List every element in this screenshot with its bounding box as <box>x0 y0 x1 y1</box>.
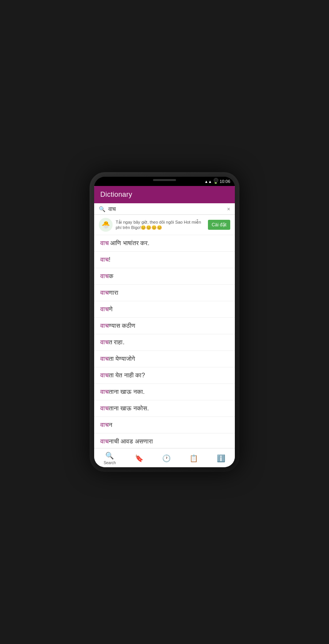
app-header: Dictionary <box>94 186 235 203</box>
result-item[interactable]: वाचता येण्याजोगे <box>94 351 235 367</box>
result-item[interactable]: वाच आणि भाषांतर कर. <box>94 235 235 252</box>
result-item[interactable]: वाचत राहा. <box>94 334 235 351</box>
bookmark-nav-icon: 🔖 <box>135 454 143 463</box>
result-item[interactable]: वाच! <box>94 252 235 268</box>
search-icon: 🔍 <box>99 206 105 212</box>
ad-banner: 🐣 Tải ngay bây giờ, theo dõi ngôi Sao Ho… <box>94 215 235 235</box>
result-item[interactable]: वाचण्यास कठीण <box>94 318 235 334</box>
app-title: Dictionary <box>100 191 132 198</box>
result-item[interactable]: वाचणे <box>94 301 235 318</box>
phone-screen: ▲▲ 🔋 10:06 Dictionary 🔍 × 🐣 Tả <box>94 177 235 467</box>
results-list: वाच आणि भाषांतर कर.वाच!वाचकवाचणारावाचणेव… <box>94 235 235 448</box>
result-item[interactable]: वाचता येत नाही का? <box>94 367 235 384</box>
wifi-icon: ▲▲ <box>204 179 212 184</box>
phone-camera <box>214 178 218 183</box>
clear-icon[interactable]: × <box>227 206 230 212</box>
ad-install-button[interactable]: Cài đặt <box>208 220 230 230</box>
status-time: 10:06 <box>219 179 230 184</box>
app-content: Dictionary 🔍 × 🐣 Tải ngay bây giờ, theo … <box>94 186 235 467</box>
phone-device: ▲▲ 🔋 10:06 Dictionary 🔍 × 🐣 Tả <box>90 172 239 472</box>
nav-item-history[interactable]: 🕐 <box>158 453 175 463</box>
ad-text: Tải ngay bây giờ, theo dõi ngôi Sao Hot … <box>116 219 205 231</box>
nav-item-bookmark[interactable]: 🔖 <box>130 453 148 463</box>
search-bar: 🔍 × <box>94 203 235 215</box>
nav-item-info[interactable]: ℹ️ <box>212 453 230 463</box>
search-nav-icon: 🔍 <box>105 451 114 460</box>
result-item[interactable]: वाचक <box>94 268 235 285</box>
bottom-nav: 🔍 Search 🔖 🕐 📋 ℹ️ <box>94 448 235 467</box>
result-item[interactable]: वाचणारा <box>94 285 235 301</box>
result-item[interactable]: वाचताना खाऊ नका. <box>94 384 235 400</box>
nav-item-flashcard[interactable]: 📋 <box>185 453 203 463</box>
history-nav-icon: 🕐 <box>162 454 171 463</box>
result-item[interactable]: वाचनाची आवड असणारा <box>94 433 235 448</box>
ad-mascot: 🐣 <box>99 218 113 232</box>
info-nav-icon: ℹ️ <box>217 454 225 463</box>
nav-label-search: Search <box>104 461 116 465</box>
search-input[interactable] <box>108 206 224 212</box>
flashcard-nav-icon: 📋 <box>189 454 198 463</box>
phone-speaker <box>153 179 176 181</box>
result-item[interactable]: वाचताना खाऊ नकोस. <box>94 400 235 417</box>
nav-item-search[interactable]: 🔍 Search <box>99 451 121 466</box>
result-item[interactable]: वाचन <box>94 417 235 433</box>
